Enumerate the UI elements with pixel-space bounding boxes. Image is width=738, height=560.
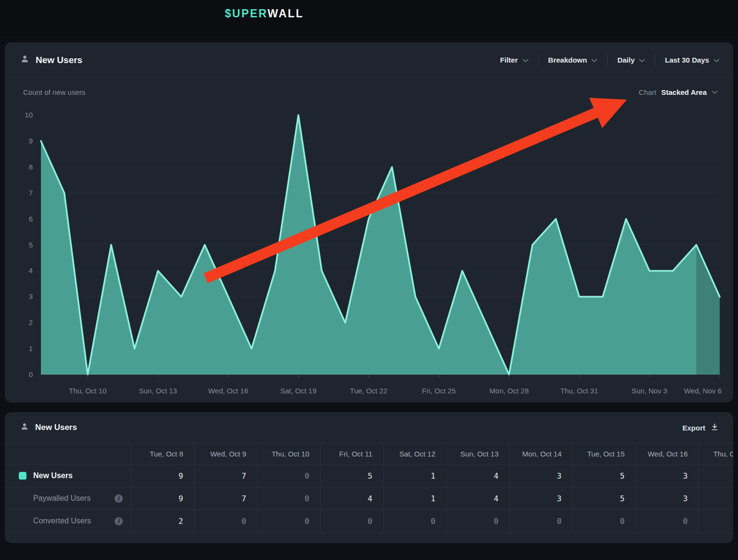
table-cell: 0	[572, 510, 635, 533]
superwall-logo: $UPERWALL	[225, 7, 304, 20]
table-cell: 0	[635, 510, 699, 533]
x-axis-label: Thu, Oct 31	[560, 387, 598, 395]
chart-type-value: Stacked Area	[661, 88, 707, 96]
user-icon	[20, 422, 29, 433]
table-header-row: Tue, Oct 8Wed, Oct 9Thu, Oct 10Fri, Oct …	[5, 443, 733, 465]
chart-type-dropdown[interactable]: Chart Stacked Area	[639, 88, 718, 96]
column-header: Wed, Oct 16	[635, 443, 699, 465]
y-axis-label: 10	[25, 111, 33, 119]
column-header: Fri, Oct 11	[320, 443, 383, 465]
table-cell: 3	[509, 487, 572, 510]
row-label: Paywalled Users	[33, 494, 91, 503]
table-cell: 3	[509, 465, 572, 487]
table-body: New Users970514353Paywalled Usersi970414…	[5, 465, 733, 533]
info-icon[interactable]: i	[115, 495, 123, 503]
table-cell: 1	[383, 465, 446, 487]
x-axis-label: Sun, Oct 13	[139, 387, 177, 395]
table-cell: 9	[131, 487, 194, 510]
y-axis-label: 8	[29, 163, 33, 171]
chevron-down-icon	[591, 56, 597, 64]
table-cell: 0	[257, 465, 320, 487]
table-card-header: New Users Export	[5, 412, 733, 443]
y-axis-label: 1	[29, 344, 33, 352]
new-users-table: Tue, Oct 8Wed, Oct 9Thu, Oct 10Fri, Oct …	[5, 443, 733, 533]
logo-teal-part: $UPER	[225, 7, 268, 20]
column-header: Thu, Oct 10	[257, 443, 320, 465]
y-axis-label: 3	[29, 292, 33, 300]
table-cell: 4	[320, 487, 383, 510]
control-label: Breakdown	[548, 56, 587, 64]
row-label: Converted Users	[33, 517, 91, 525]
x-axis-label: Sun, Nov 3	[632, 387, 667, 395]
table-cell-clipped	[699, 465, 733, 487]
table-row: Converted Usersi200000000	[5, 510, 733, 533]
table-row: Paywalled Usersi970414353	[5, 487, 733, 510]
chart-controls: FilterBreakdownDailyLast 30 Days	[500, 54, 720, 66]
chevron-down-icon	[713, 56, 720, 64]
info-icon[interactable]: i	[115, 517, 123, 525]
control-breakdown[interactable]: Breakdown	[548, 56, 598, 64]
table-cell-clipped	[699, 487, 733, 510]
table-cell: 5	[572, 487, 635, 510]
column-header: Mon, Oct 14	[509, 443, 572, 465]
column-header: Tue, Oct 8	[131, 443, 194, 465]
new-users-chart-card: Thu, Oct 10Sun, Oct 13Wed, Oct 16Sat, Oc…	[5, 42, 733, 403]
table-cell-clipped	[699, 510, 733, 533]
x-axis-label: Sat, Oct 19	[280, 387, 316, 395]
row-label-cell: New Users	[5, 465, 131, 487]
row-label: New Users	[33, 471, 73, 480]
x-axis-label: Thu, Oct 10	[69, 387, 106, 395]
table-cell: 0	[320, 510, 383, 533]
x-axis-label: Tue, Oct 22	[350, 387, 388, 395]
y-axis-label: 4	[29, 266, 33, 274]
table-cell: 3	[635, 465, 699, 487]
column-header: Thu, Oct 17	[699, 443, 733, 465]
user-icon	[20, 54, 29, 65]
control-divider	[607, 54, 608, 66]
x-axis-label: Wed, Oct 16	[208, 387, 248, 395]
logo-white-part: WALL	[268, 7, 304, 20]
table-cell: 7	[194, 487, 257, 510]
new-users-table-card: New Users Export Tue, Oct 8Wed, Oct 9Thu…	[5, 412, 733, 543]
chart-card-header: New Users FilterBreakdownDailyLast 30 Da…	[5, 42, 733, 78]
row-label-cell: Paywalled Usersi	[5, 487, 131, 510]
y-axis-label: 6	[29, 215, 33, 223]
control-filter[interactable]: Filter	[500, 56, 529, 64]
x-axis-label: Wed, Nov 6	[684, 387, 722, 395]
chart-subtitle: Count of new users	[23, 88, 85, 96]
y-axis-label: 7	[29, 189, 33, 197]
table-cell: 5	[572, 465, 635, 487]
y-axis-label: 5	[29, 241, 33, 249]
chevron-down-icon	[712, 88, 718, 96]
table-cell: 0	[257, 487, 320, 510]
column-header: Sun, Oct 13	[446, 443, 509, 465]
y-axis-label: 9	[29, 137, 33, 145]
table-cell: 0	[383, 510, 446, 533]
table-cell: 9	[131, 465, 194, 487]
corner-cell	[5, 443, 131, 465]
export-button[interactable]: Export	[682, 423, 719, 432]
x-axis-label: Fri, Oct 25	[422, 387, 456, 395]
x-axis-label: Mon, Oct 28	[490, 387, 529, 395]
top-navigation-bar: $UPERWALL	[0, 0, 738, 36]
table-cell: 0	[446, 510, 509, 533]
table-cell: 4	[446, 487, 509, 510]
control-last-30-days[interactable]: Last 30 Days	[665, 56, 720, 64]
control-label: Daily	[617, 56, 634, 64]
page-title: New Users	[36, 55, 82, 65]
control-divider	[538, 54, 539, 66]
row-label-cell: Converted Usersi	[5, 510, 131, 533]
chart-subheader: Count of new users Chart Stacked Area	[5, 78, 733, 106]
export-label: Export	[682, 424, 705, 432]
table-cell: 4	[446, 465, 509, 487]
chart-type-label: Chart	[639, 88, 657, 96]
column-header: Sat, Oct 12	[383, 443, 446, 465]
control-daily[interactable]: Daily	[617, 56, 645, 64]
control-label: Filter	[500, 56, 518, 64]
download-icon	[711, 423, 719, 432]
table-cell: 3	[635, 487, 699, 510]
table-cell: 1	[383, 487, 446, 510]
table-cell: 5	[320, 465, 383, 487]
chevron-down-icon	[522, 56, 529, 64]
column-header: Wed, Oct 9	[194, 443, 257, 465]
